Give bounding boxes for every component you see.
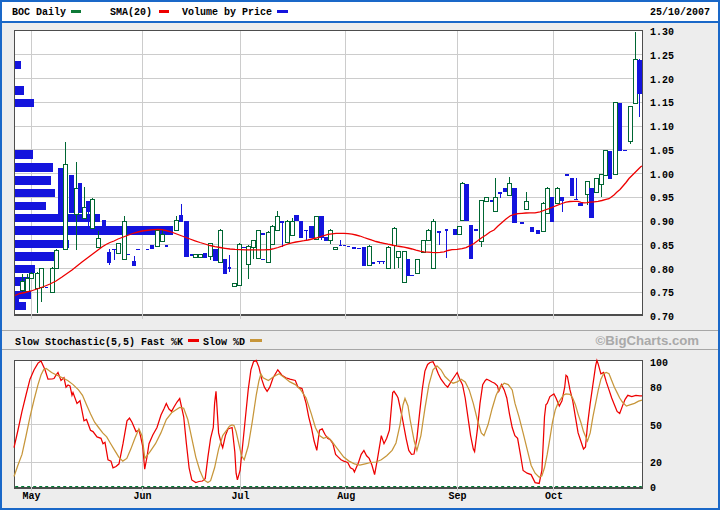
svg-text:0.80: 0.80 <box>650 265 674 276</box>
svg-text:1.00: 1.00 <box>650 170 674 181</box>
svg-text:Jul: Jul <box>231 491 249 502</box>
svg-text:0.70: 0.70 <box>650 312 674 323</box>
svg-text:SMA(20): SMA(20) <box>110 7 152 18</box>
svg-text:Oct: Oct <box>545 491 563 502</box>
svg-text:1.10: 1.10 <box>650 122 674 133</box>
svg-text:1.05: 1.05 <box>650 146 674 157</box>
svg-text:0.75: 0.75 <box>650 288 674 299</box>
svg-text:Slow %D: Slow %D <box>203 337 245 348</box>
svg-text:0: 0 <box>650 483 656 494</box>
svg-text:Jun: Jun <box>133 491 151 502</box>
svg-text:20: 20 <box>650 458 662 469</box>
svg-text:Volume by Price: Volume by Price <box>182 7 272 18</box>
svg-text:0.85: 0.85 <box>650 241 674 252</box>
svg-text:1.30: 1.30 <box>650 27 674 38</box>
svg-text:0.95: 0.95 <box>650 193 674 204</box>
svg-text:0.90: 0.90 <box>650 217 674 228</box>
svg-text:80: 80 <box>650 383 662 394</box>
svg-text:BOC Daily: BOC Daily <box>12 7 66 18</box>
svg-text:May: May <box>22 491 40 502</box>
svg-text:1.25: 1.25 <box>650 51 674 62</box>
svg-text:1.15: 1.15 <box>650 98 674 109</box>
svg-text:©BigCharts.com: ©BigCharts.com <box>595 333 699 348</box>
svg-text:Slow Stochastic(5,5) Fast %K: Slow Stochastic(5,5) Fast %K <box>15 337 183 348</box>
svg-text:100: 100 <box>650 358 668 369</box>
svg-text:Sep: Sep <box>448 491 466 502</box>
svg-text:1.20: 1.20 <box>650 75 674 86</box>
svg-text:Aug: Aug <box>337 491 355 502</box>
svg-text:50: 50 <box>650 421 662 432</box>
svg-text:25/10/2007: 25/10/2007 <box>650 7 710 18</box>
